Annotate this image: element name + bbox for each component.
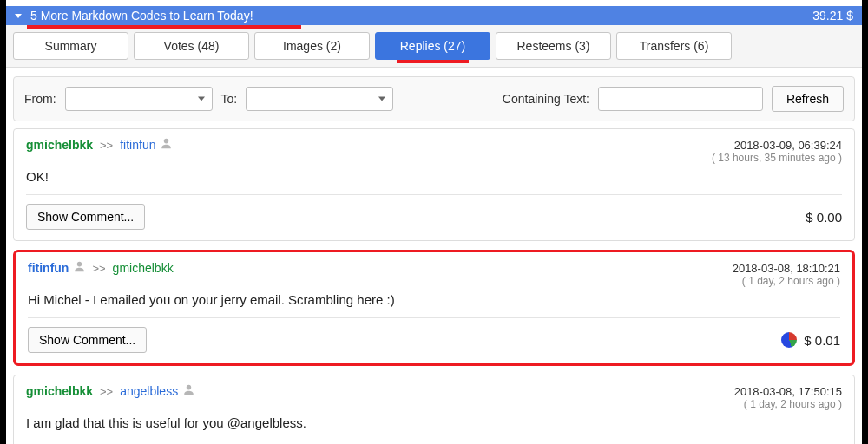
reply-header: gmichelbkk>>fitinfun2018-03-09, 06:39:24… bbox=[26, 138, 842, 164]
reply-body: OK! bbox=[26, 169, 842, 184]
person-icon bbox=[183, 384, 194, 395]
tab-images[interactable]: Images (2) bbox=[254, 32, 370, 60]
arrow-separator: >> bbox=[100, 385, 113, 398]
reply-card: gmichelbkk>>angelbless2018-03-08, 17:50:… bbox=[13, 375, 855, 444]
to-combo[interactable] bbox=[246, 87, 393, 111]
reply-timestamp: 2018-03-08, 17:50:15( 1 day, 2 hours ago… bbox=[734, 385, 842, 410]
containing-label: Containing Text: bbox=[503, 92, 589, 106]
filter-bar: From: To: Containing Text: Refresh bbox=[13, 76, 855, 121]
reply-body: Hi Michel - I emailed you on your jerry … bbox=[28, 292, 840, 307]
divider bbox=[26, 194, 842, 195]
arrow-separator: >> bbox=[92, 262, 105, 275]
reply-timestamp: 2018-03-08, 18:10:21( 1 day, 2 hours ago… bbox=[733, 262, 840, 287]
reply-footer: Show Comment...$ 0.01 bbox=[28, 327, 840, 353]
reply-list: gmichelbkk>>fitinfun2018-03-09, 06:39:24… bbox=[6, 121, 862, 444]
reply-value-amount: $ 0.00 bbox=[806, 210, 842, 225]
reply-to-user[interactable]: fitinfun bbox=[120, 138, 155, 152]
timestamp-ago: ( 1 day, 2 hours ago ) bbox=[734, 398, 842, 410]
reply-to-user[interactable]: angelbless bbox=[120, 384, 178, 398]
reply-value: $ 0.00 bbox=[806, 210, 842, 225]
divider bbox=[28, 317, 840, 318]
reply-timestamp: 2018-03-09, 06:39:24( 13 hours, 35 minut… bbox=[712, 139, 842, 164]
timestamp-value: 2018-03-08, 17:50:15 bbox=[734, 385, 842, 398]
post-title: 5 More Markdown Codes to Learn Today! bbox=[30, 9, 253, 23]
tab-bar: Summary Votes (48) Images (2) Replies (2… bbox=[6, 25, 862, 68]
tab-replies[interactable]: Replies (27) bbox=[375, 32, 490, 60]
show-comment-button[interactable]: Show Comment... bbox=[28, 327, 147, 353]
person-icon bbox=[161, 138, 172, 149]
post-header[interactable]: 5 More Markdown Codes to Learn Today! 39… bbox=[6, 6, 862, 25]
chevron-down-icon bbox=[378, 97, 385, 101]
reply-card: gmichelbkk>>fitinfun2018-03-09, 06:39:24… bbox=[13, 128, 855, 241]
collapse-caret-icon[interactable] bbox=[15, 14, 22, 18]
containing-text-input[interactable] bbox=[598, 87, 763, 111]
show-comment-button[interactable]: Show Comment... bbox=[26, 204, 145, 230]
reply-footer: Show Comment...$ 0.00 bbox=[26, 204, 842, 230]
timestamp-value: 2018-03-08, 18:10:21 bbox=[733, 262, 840, 275]
timestamp-ago: ( 1 day, 2 hours ago ) bbox=[733, 275, 840, 287]
from-combo[interactable] bbox=[65, 87, 213, 111]
reply-from-user[interactable]: gmichelbkk bbox=[26, 138, 93, 152]
reply-header: fitinfun>>gmichelbkk2018-03-08, 18:10:21… bbox=[28, 261, 840, 287]
timestamp-value: 2018-03-09, 06:39:24 bbox=[712, 139, 842, 152]
tab-votes[interactable]: Votes (48) bbox=[134, 32, 249, 60]
tab-transfers[interactable]: Transfers (6) bbox=[616, 32, 732, 60]
reply-value: $ 0.01 bbox=[781, 332, 840, 348]
to-label: To: bbox=[221, 92, 238, 106]
from-label: From: bbox=[24, 92, 56, 106]
timestamp-ago: ( 13 hours, 35 minutes ago ) bbox=[712, 152, 842, 164]
reply-to-user[interactable]: gmichelbkk bbox=[113, 261, 174, 275]
reply-body: I am glad that this is useful for you @a… bbox=[26, 415, 842, 430]
reply-value-amount: $ 0.01 bbox=[804, 333, 840, 348]
reply-header: gmichelbkk>>angelbless2018-03-08, 17:50:… bbox=[26, 384, 842, 410]
top-spacer bbox=[6, 0, 862, 6]
person-icon bbox=[74, 261, 85, 272]
refresh-button[interactable]: Refresh bbox=[772, 86, 844, 112]
pie-chart-icon bbox=[781, 332, 797, 348]
divider bbox=[26, 441, 842, 441]
reply-card: fitinfun>>gmichelbkk2018-03-08, 18:10:21… bbox=[13, 250, 855, 366]
tab-summary[interactable]: Summary bbox=[13, 32, 128, 60]
reply-from-user[interactable]: fitinfun bbox=[28, 261, 69, 275]
tab-resteems[interactable]: Resteems (3) bbox=[496, 32, 611, 60]
arrow-separator: >> bbox=[100, 139, 113, 152]
reply-from-user[interactable]: gmichelbkk bbox=[26, 384, 93, 398]
app-frame: 5 More Markdown Codes to Learn Today! 39… bbox=[0, 0, 868, 444]
chevron-down-icon bbox=[198, 97, 205, 101]
post-payout: 39.21 $ bbox=[812, 9, 853, 23]
